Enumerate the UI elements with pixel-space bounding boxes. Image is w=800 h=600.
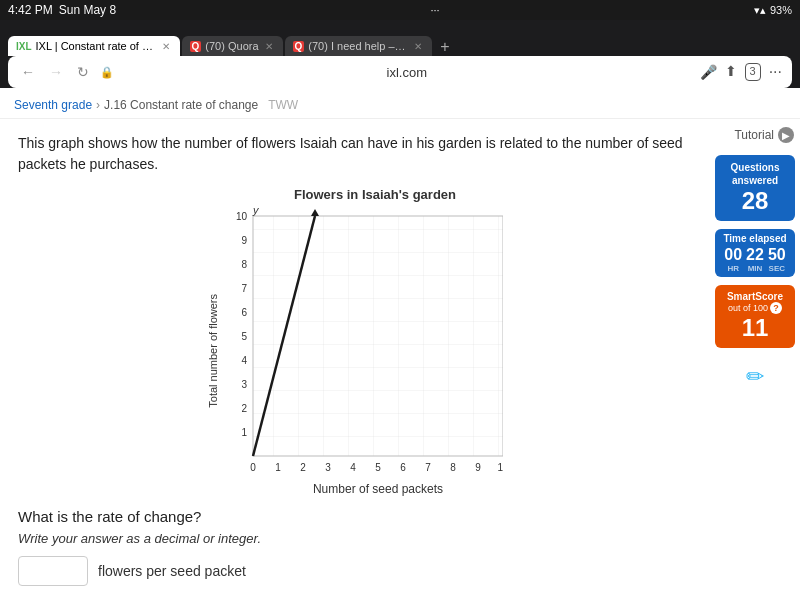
time-digits: 00 HR 22 MIN 50 SEC [719, 246, 791, 273]
tab-quora1[interactable]: Q (70) Quora ✕ [182, 36, 283, 56]
questions-answered-box: Questions answered 28 [715, 155, 795, 221]
svg-text:10: 10 [497, 462, 503, 473]
breadcrumb-code: TWW [268, 98, 298, 112]
tutorial-label: Tutorial [734, 128, 774, 142]
tutorial-button[interactable]: Tutorial ▶ [734, 127, 794, 143]
url-display[interactable]: ixl.com [118, 65, 696, 80]
forward-button[interactable]: → [46, 64, 66, 80]
answer-input[interactable] [18, 556, 88, 586]
svg-rect-0 [253, 216, 503, 456]
microphone-icon[interactable]: 🎤 [700, 64, 717, 80]
smart-score-label: SmartScore [719, 291, 791, 302]
day: Sun May 8 [59, 3, 116, 17]
status-bar-right: ▾▴ 93% [754, 4, 792, 17]
time-hr-value: 00 [724, 246, 742, 264]
ixl-tab-icon: IXL [16, 41, 32, 52]
time-sec-unit: 50 SEC [768, 246, 786, 273]
svg-text:3: 3 [241, 379, 247, 390]
svg-text:4: 4 [241, 355, 247, 366]
questions-answered-label: Questions answered [719, 161, 791, 187]
svg-text:7: 7 [425, 462, 431, 473]
time-min-label: MIN [748, 264, 763, 273]
svg-text:5: 5 [241, 331, 247, 342]
smart-score-sub: out of 100 ? [719, 302, 791, 314]
time-min-value: 22 [746, 246, 764, 264]
tabs-row: IXL IXL | Constant rate of ch... ✕ Q (70… [0, 24, 800, 56]
chart-svg: 10 9 8 7 6 5 4 3 2 1 y [223, 206, 503, 476]
svg-text:9: 9 [241, 235, 247, 246]
tab-ixl-label: IXL | Constant rate of ch... [36, 40, 156, 52]
breadcrumb-skill: J.16 Constant rate of change [104, 98, 258, 112]
svg-text:10: 10 [236, 211, 248, 222]
menu-icon[interactable]: ··· [769, 63, 782, 81]
tab-quora2-close[interactable]: ✕ [412, 41, 424, 52]
battery-level: 93% [770, 4, 792, 16]
svg-text:9: 9 [475, 462, 481, 473]
time-hr-unit: 00 HR [724, 246, 742, 273]
time-hr-label: HR [727, 264, 739, 273]
rate-question: What is the rate of change? [18, 508, 692, 525]
questions-answered-value: 28 [719, 187, 791, 215]
svg-text:6: 6 [241, 307, 247, 318]
svg-text:1: 1 [241, 427, 247, 438]
reload-button[interactable]: ↻ [74, 64, 92, 80]
svg-text:3: 3 [325, 462, 331, 473]
answer-row: flowers per seed packet [18, 556, 692, 586]
status-bar-left: 4:42 PM Sun May 8 [8, 3, 116, 17]
sidebar: Tutorial ▶ Questions answered 28 Time el… [710, 119, 800, 600]
rate-instruction: Write your answer as a decimal or intege… [18, 531, 692, 546]
unit-label: flowers per seed packet [98, 563, 246, 579]
time-min-unit: 22 MIN [746, 246, 764, 273]
tutorial-icon: ▶ [778, 127, 794, 143]
breadcrumb-sep: › [96, 98, 100, 112]
page: Seventh grade › J.16 Constant rate of ch… [0, 92, 800, 600]
chart-inner: 10 9 8 7 6 5 4 3 2 1 y [223, 206, 503, 496]
pencil-button[interactable]: ✏ [746, 364, 764, 390]
back-button[interactable]: ← [18, 64, 38, 80]
y-axis-label: Total number of flowers [207, 294, 219, 408]
content-area: This graph shows how the number of flowe… [0, 119, 710, 600]
question-description: This graph shows how the number of flowe… [18, 133, 692, 175]
smart-score-box: SmartScore out of 100 ? 11 [715, 285, 795, 348]
lock-icon: 🔒 [100, 66, 114, 79]
breadcrumb-grade[interactable]: Seventh grade [14, 98, 92, 112]
share-icon[interactable]: ⬆ [725, 63, 737, 81]
svg-text:0: 0 [250, 462, 256, 473]
chart-title: Flowers in Isaiah's garden [294, 187, 456, 202]
svg-text:2: 2 [241, 403, 247, 414]
svg-text:y: y [252, 206, 260, 216]
quora2-tab-icon: Q [293, 41, 305, 52]
tabs-count[interactable]: 3 [745, 63, 761, 81]
smart-score-value: 11 [719, 314, 791, 342]
time-sec-label: SEC [769, 264, 785, 273]
tab-ixl-close[interactable]: ✕ [160, 41, 172, 52]
info-icon[interactable]: ? [770, 302, 782, 314]
time-sec-value: 50 [768, 246, 786, 264]
time: 4:42 PM [8, 3, 53, 17]
svg-text:4: 4 [350, 462, 356, 473]
svg-text:8: 8 [450, 462, 456, 473]
chart-wrapper: Total number of flowers [207, 206, 503, 496]
status-bar: 4:42 PM Sun May 8 ··· ▾▴ 93% [0, 0, 800, 20]
tab-quora2-label: (70) I need help – Quora [308, 40, 408, 52]
wifi-icon: ▾▴ [754, 4, 766, 17]
svg-text:1: 1 [275, 462, 281, 473]
svg-text:6: 6 [400, 462, 406, 473]
chart-container: Flowers in Isaiah's garden Total number … [18, 187, 692, 496]
tab-ixl[interactable]: IXL IXL | Constant rate of ch... ✕ [8, 36, 180, 56]
quora1-tab-icon: Q [190, 41, 202, 52]
tab-quora1-close[interactable]: ✕ [263, 41, 275, 52]
svg-marker-26 [311, 209, 319, 216]
browser-chrome: IXL IXL | Constant rate of ch... ✕ Q (70… [0, 20, 800, 88]
address-bar: ← → ↻ 🔒 ixl.com 🎤 ⬆ 3 ··· [8, 56, 792, 88]
main-layout: This graph shows how the number of flowe… [0, 119, 800, 600]
new-tab-button[interactable]: + [434, 38, 455, 56]
tab-quora2[interactable]: Q (70) I need help – Quora ✕ [285, 36, 433, 56]
chart-grid-area: 10 9 8 7 6 5 4 3 2 1 y [223, 206, 503, 480]
breadcrumb: Seventh grade › J.16 Constant rate of ch… [0, 92, 800, 119]
svg-text:8: 8 [241, 259, 247, 270]
tab-quora1-label: (70) Quora [205, 40, 258, 52]
answer-section: What is the rate of change? Write your a… [18, 508, 692, 586]
x-axis-label: Number of seed packets [313, 482, 443, 496]
svg-text:2: 2 [300, 462, 306, 473]
